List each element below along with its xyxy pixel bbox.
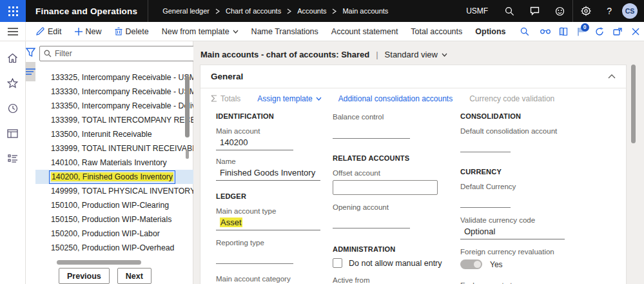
highlighted-account-text: 140200, Finished Goods Inventory [51,172,173,181]
vertical-scrollbar[interactable] [185,41,190,284]
validate-currency-code-label: Validate currency code [460,216,576,225]
consolidation-section-header: CONSOLIDATION [460,112,576,120]
name-field[interactable]: Finished Goods Inventory [216,166,320,181]
recent-clock-icon[interactable] [3,98,23,119]
new-from-template-button[interactable]: New from template [155,22,245,41]
filter-funnel-icon[interactable] [26,43,35,62]
main-account-type-field[interactable]: Asset [216,216,320,230]
app-launcher-waffle-icon[interactable] [0,0,26,22]
account-list-item[interactable]: 150150, Production WIP-Materials [35,212,208,227]
breadcrumb-chart-of-accounts[interactable]: Chart of accounts [226,7,281,15]
options-menu-button[interactable]: Options [469,22,512,41]
smiley-feedback-icon[interactable] [547,0,572,22]
account-list-item[interactable]: 133500, Interunit Receivable [35,127,208,141]
notifications-flag-icon[interactable]: 0 [573,23,590,40]
account-list-item[interactable]: 150200, Production WIP-Labor [35,227,208,241]
open-in-new-window-icon[interactable] [609,23,626,40]
company-picker[interactable]: USMF [457,6,497,15]
list-pager: Previous Next [59,268,151,284]
options-label: Options [475,27,505,36]
edit-button[interactable]: Edit [30,22,68,41]
foreign-currency-revaluation-value: Yes [490,260,503,269]
horizontal-scrollbar[interactable] [57,260,141,265]
exchange-rate-type-label: Exchange rate type [460,281,576,284]
main-account-field[interactable]: 140200 [216,136,293,150]
search-icon[interactable] [497,0,522,22]
account-list-item[interactable]: 133325, Intercompany Receivable - USM [35,70,208,85]
next-button[interactable]: Next [117,268,151,284]
new-button[interactable]: New [68,22,108,41]
breadcrumb-accounts[interactable]: Accounts [297,7,326,15]
default-consolidation-account-field[interactable] [460,138,511,152]
company-book-icon[interactable] [555,23,572,40]
opening-account-field[interactable] [333,214,410,228]
feedback-chat-icon[interactable] [522,0,547,22]
foreign-currency-revaluation-row: Yes [460,259,576,269]
edit-label: Edit [48,27,62,36]
app-title[interactable]: Finance and Operations [26,6,148,16]
toggle-knob [474,261,481,268]
offset-account-field[interactable] [333,180,438,195]
currency-code-validation-button[interactable]: Currency code validation [469,94,554,103]
account-list-item[interactable]: 133399, TOTAL INTERCOMPANY RECEIVA [35,113,208,127]
chevron-up-collapse-icon[interactable] [608,74,616,79]
account-list-item[interactable]: 133350, Intercompany Receivable - Deliv [35,99,208,113]
help-icon[interactable]: ? [599,0,620,22]
account-list-item[interactable]: 140100, Raw Materials Inventory [35,156,208,170]
list-view-icon[interactable] [26,62,35,81]
refresh-icon[interactable] [591,23,608,40]
breadcrumb-main-accounts[interactable]: Main accounts [342,7,388,15]
balance-control-label: Balance control [333,112,449,121]
foreign-currency-revaluation-toggle[interactable] [460,259,482,269]
page-scrollbar-thumb[interactable] [631,65,636,143]
navigation-hamburger-icon[interactable] [0,22,26,41]
account-list-item[interactable]: 150250, Production WIP-Overhead [35,241,208,255]
balance-control-field[interactable] [333,125,410,139]
settings-gear-icon[interactable] [573,0,599,22]
account-list-item-selected[interactable]: 140200, Finished Goods Inventory [35,170,208,184]
view-selector[interactable]: Standard view [385,50,447,59]
page-title: Main accounts - chart of accounts: Share… [200,50,369,59]
additional-consolidation-accounts-button[interactable]: Additional consolidation accounts [338,94,453,103]
workspaces-icon[interactable] [3,123,23,144]
action-pane: Edit New Delete New from template Name T… [0,22,644,41]
scrollbar-thumb[interactable] [185,76,190,137]
scrollbar-thumb-small[interactable] [186,150,189,159]
offset-account-label: Offset account [333,168,449,178]
do-not-allow-manual-entry-checkbox[interactable] [333,258,342,268]
previous-button[interactable]: Previous [59,268,110,284]
page-vertical-scrollbar[interactable] [631,65,636,284]
breadcrumb: General ledger Chart of accounts Account… [162,7,388,15]
modules-list-icon[interactable] [3,148,23,169]
account-list-item[interactable]: 133330, Intercompany Receivable - USM [35,85,208,99]
general-section-header[interactable]: General [200,65,626,88]
user-avatar[interactable]: CS [622,3,638,19]
account-list-item[interactable]: 149999, TOTAL PHYSICAL INVENTORY [35,184,208,198]
filter-input[interactable] [55,49,193,58]
home-icon[interactable] [3,48,23,68]
total-accounts-label: Total accounts [411,27,462,36]
preview-glasses-icon[interactable] [537,23,554,40]
account-list-item[interactable]: 150100, Production WIP-Clearing [35,198,208,212]
topbar-right-actions: USMF ? CS [457,0,644,22]
accounts-list-area: 133325, Intercompany Receivable - USM 13… [35,41,208,284]
validate-currency-code-field[interactable]: Optional [460,225,565,239]
general-section-toolbar: Totals Assign template Additional consol… [200,90,626,107]
new-from-template-label: New from template [162,27,229,36]
name-translations-button[interactable]: Name Translations [245,22,325,41]
account-statement-button[interactable]: Account statement [325,22,405,41]
action-search-icon[interactable] [512,27,537,36]
close-icon[interactable] [627,23,644,40]
favorites-star-icon[interactable] [3,73,23,94]
reporting-type-field[interactable] [216,250,293,264]
chevron-down-icon [442,53,447,57]
filter-search-box[interactable] [39,46,198,61]
breadcrumb-general-ledger[interactable]: General ledger [162,7,210,15]
account-list-item[interactable]: 133999, TOTAL INTERUNIT RECEIVABLES [35,141,208,156]
default-currency-field[interactable] [460,194,511,208]
assign-template-button[interactable]: Assign template [257,94,321,103]
totals-button[interactable]: Totals [211,94,240,103]
delete-button[interactable]: Delete [108,22,155,41]
additional-consolidation-label: Additional consolidation accounts [338,94,453,103]
total-accounts-button[interactable]: Total accounts [404,22,469,41]
